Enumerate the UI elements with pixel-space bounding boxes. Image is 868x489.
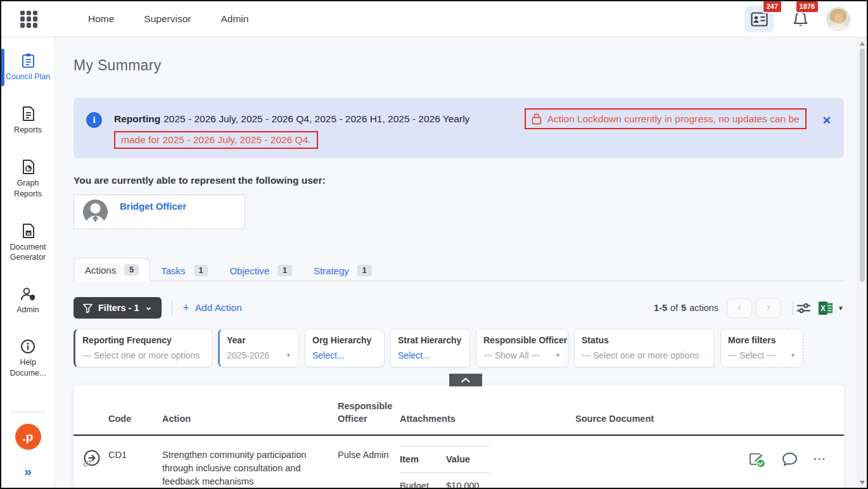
filter-label: Org Hierarchy xyxy=(312,335,377,345)
sidebar: Council Plan Reports Graph Reports w Doc… xyxy=(1,37,55,488)
chevron-up-icon xyxy=(461,378,470,383)
prev-page-button[interactable]: ‹ xyxy=(727,298,752,318)
cell-attachments: Item Value Budget $10,000 xyxy=(400,436,575,488)
main-menu: Home Supervisor Admin xyxy=(88,13,248,25)
attachments-data-row: Budget $10,000 xyxy=(400,473,489,488)
sidebar-item-reports[interactable]: Reports xyxy=(1,101,54,141)
filter-value-link[interactable]: Select... xyxy=(398,350,430,360)
filter-label: Strat Hierarchy xyxy=(398,335,463,345)
represented-user-link[interactable]: Bridget Officer xyxy=(120,201,186,212)
action-cards-button[interactable]: 247 xyxy=(744,6,774,32)
notifications-button[interactable]: 1878 xyxy=(789,6,811,32)
scroll-up-arrow[interactable] xyxy=(860,42,865,46)
tab-tasks[interactable]: Tasks 1 xyxy=(150,260,219,281)
lockdown-text-line1: Action Lockdown currently in progress, n… xyxy=(547,113,800,125)
tab-count-badge: 1 xyxy=(278,265,292,277)
app-grid-icon[interactable] xyxy=(20,11,37,28)
sidebar-item-council-plan[interactable]: Council Plan xyxy=(1,48,54,87)
chevron-down-icon: ▼ xyxy=(286,352,291,359)
filter-value-link[interactable]: Select... xyxy=(312,350,345,360)
scrollbar-thumb[interactable] xyxy=(860,49,865,282)
chevron-down-icon: ⌄ xyxy=(144,302,152,312)
pulse-logo[interactable]: .p xyxy=(15,424,41,450)
collapse-filters-button[interactable] xyxy=(449,374,482,386)
app-window: Home Supervisor Admin 247 1878 xyxy=(0,0,868,489)
filter-org-hierarchy[interactable]: Org Hierarchy Select... xyxy=(305,329,385,367)
lockdown-alert-line1: Action Lockdown currently in progress, n… xyxy=(525,108,807,129)
user-avatar[interactable] xyxy=(826,7,850,31)
filter-label: Responsible Officer xyxy=(483,335,561,345)
sidebar-item-label: Reports xyxy=(14,125,42,136)
header-source-document: Source Document xyxy=(575,385,749,435)
actions-table: Code Action Responsible Officer Attachme… xyxy=(73,385,844,488)
sidebar-item-document-generator[interactable]: w Document Generator xyxy=(1,218,54,269)
tab-objective[interactable]: Objective 1 xyxy=(219,260,302,281)
toolbar-divider xyxy=(172,301,172,315)
actions-toolbar: Filters - 1 ⌄ + Add Action 1-5 of 5 acti… xyxy=(73,297,844,319)
menu-item-supervisor[interactable]: Supervisor xyxy=(144,13,191,25)
svg-text:w: w xyxy=(26,230,30,236)
graph-document-icon xyxy=(22,159,35,175)
sidebar-item-label: Admin xyxy=(16,305,39,315)
filter-status[interactable]: Status --- Select one or more options xyxy=(574,329,715,367)
results-of: of xyxy=(670,303,678,313)
excel-icon: X xyxy=(819,302,833,315)
info-icon: i xyxy=(86,112,102,128)
info-circle-icon xyxy=(20,339,35,354)
menu-item-home[interactable]: Home xyxy=(88,13,114,25)
attachment-value: $10,000 xyxy=(446,479,479,488)
admin-user-shield-icon xyxy=(20,286,36,302)
export-excel-button[interactable]: X ▼ xyxy=(819,302,844,315)
cards-count-badge: 247 xyxy=(762,0,782,13)
lockdown-text-line2: made for 2025 - 2026 July, 2025 - 2026 Q… xyxy=(121,134,311,146)
sliders-icon xyxy=(797,303,810,314)
filter-year[interactable]: Year 2025-2026▼ xyxy=(218,329,299,367)
more-options-button[interactable]: ... xyxy=(814,454,826,460)
header-responsible-officer: Responsible Officer xyxy=(338,385,400,435)
add-action-button[interactable]: + Add Action xyxy=(182,302,242,314)
filter-strat-hierarchy[interactable]: Strat Hierarchy Select... xyxy=(390,329,470,367)
comment-bubble-button[interactable] xyxy=(782,452,798,467)
filter-responsible-officer[interactable]: Responsible Officer --- Show All ---▼ xyxy=(476,329,568,367)
attachment-item: Budget xyxy=(400,479,446,488)
table-row: CD1 Strengthen community participation t… xyxy=(73,436,844,488)
header-action: Action xyxy=(162,385,338,435)
banner-close-icon[interactable]: ✕ xyxy=(822,114,831,127)
reporting-label: Reporting xyxy=(114,113,160,124)
sidebar-item-help-documentation[interactable]: Help Docume... xyxy=(1,334,54,384)
summary-tabs: Actions 5 Tasks 1 Objective 1 Strategy 1 xyxy=(73,258,844,281)
row-expand-button[interactable] xyxy=(73,436,108,488)
filters-button[interactable]: Filters - 1 ⌄ xyxy=(73,297,162,319)
plus-icon: + xyxy=(182,302,189,314)
menu-item-admin[interactable]: Admin xyxy=(220,13,248,25)
results-unit: actions xyxy=(689,303,718,313)
update-action-button[interactable] xyxy=(749,451,766,468)
filter-reporting-frequency[interactable]: Reporting Frequency --- Select one or mo… xyxy=(73,329,212,367)
header-actions-spacer xyxy=(749,385,844,435)
filter-value: --- Select --- xyxy=(728,350,775,360)
lockdown-alert-line2: made for 2025 - 2026 July, 2025 - 2026 Q… xyxy=(114,131,318,149)
sidebar-item-graph-reports[interactable]: Graph Reports xyxy=(1,154,54,205)
vertical-scrollbar[interactable] xyxy=(857,37,867,488)
cell-source-document xyxy=(575,436,749,488)
pagination: ‹ › xyxy=(727,298,781,318)
sidebar-expand-toggle[interactable]: » xyxy=(24,464,32,479)
tab-actions[interactable]: Actions 5 xyxy=(73,258,150,281)
notifications-count-badge: 1878 xyxy=(795,0,819,13)
word-document-icon: w xyxy=(22,223,35,239)
attachments-item-header: Item xyxy=(400,453,446,466)
sidebar-item-admin[interactable]: Admin xyxy=(1,281,54,321)
filters-button-label: Filters - 1 xyxy=(98,303,139,313)
toolbar-right: 1-5 of 5 actions ‹ › X xyxy=(654,298,844,318)
cell-responsible-officer: Pulse Admin xyxy=(338,436,400,488)
column-settings-button[interactable] xyxy=(797,303,810,314)
next-page-button[interactable]: › xyxy=(756,298,781,318)
attachments-header-row: Item Value xyxy=(400,446,489,473)
filter-value: --- Show All --- xyxy=(483,350,540,360)
page-title: My Summary xyxy=(73,57,857,74)
tab-strategy[interactable]: Strategy 1 xyxy=(303,260,383,281)
scroll-down-arrow[interactable] xyxy=(860,481,865,485)
chevron-down-icon: ▼ xyxy=(838,305,844,312)
filter-more-filters[interactable]: More filters --- Select ---▼ xyxy=(720,329,803,367)
filter-label: Reporting Frequency xyxy=(82,335,205,345)
